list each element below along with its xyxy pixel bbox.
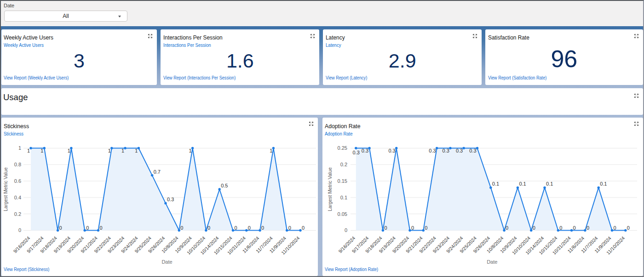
svg-text:Date: Date	[161, 259, 172, 265]
svg-text:0: 0	[59, 225, 62, 231]
svg-text:0: 0	[302, 225, 305, 231]
svg-text:0: 0	[234, 225, 237, 231]
svg-text:0: 0	[411, 225, 414, 231]
svg-text:0.15: 0.15	[337, 178, 347, 184]
svg-text:1: 1	[108, 148, 110, 153]
svg-text:1: 1	[18, 145, 21, 151]
svg-text:0: 0	[18, 227, 21, 233]
svg-text:0.3: 0.3	[429, 148, 436, 153]
svg-text:0.3: 0.3	[167, 197, 174, 202]
svg-text:0.3: 0.3	[455, 148, 462, 153]
svg-text:1: 1	[270, 148, 272, 153]
svg-text:1: 1	[135, 148, 138, 153]
svg-text:0.3: 0.3	[442, 148, 449, 153]
svg-text:0: 0	[180, 225, 183, 231]
svg-text:0.3: 0.3	[388, 148, 395, 153]
svg-text:0.8: 0.8	[14, 162, 21, 167]
svg-text:0: 0	[247, 225, 250, 231]
svg-text:0.25: 0.25	[337, 145, 347, 151]
svg-text:0: 0	[586, 225, 589, 231]
svg-text:0: 0	[506, 225, 508, 231]
svg-text:1: 1	[121, 148, 124, 153]
svg-text:1: 1	[40, 148, 43, 153]
svg-text:Largest Metric Value: Largest Metric Value	[3, 167, 8, 211]
svg-text:0.1: 0.1	[600, 181, 607, 187]
svg-text:0.5: 0.5	[221, 183, 228, 188]
svg-text:0: 0	[86, 225, 89, 231]
svg-text:0: 0	[384, 225, 387, 231]
svg-text:0.3: 0.3	[361, 148, 368, 153]
svg-text:0.7: 0.7	[153, 169, 160, 175]
svg-text:1: 1	[27, 148, 29, 153]
svg-text:0.6: 0.6	[14, 178, 21, 184]
svg-text:0: 0	[613, 225, 616, 231]
svg-text:0.3: 0.3	[352, 150, 359, 155]
svg-text:0.3: 0.3	[469, 148, 476, 153]
svg-text:0: 0	[261, 225, 264, 231]
svg-text:0: 0	[425, 225, 427, 231]
svg-text:0: 0	[99, 225, 102, 231]
svg-text:0: 0	[207, 225, 210, 231]
svg-text:0: 0	[573, 225, 575, 231]
svg-text:0.1: 0.1	[340, 195, 347, 200]
svg-text:0: 0	[288, 225, 291, 231]
svg-text:1: 1	[67, 148, 70, 153]
svg-text:0.1: 0.1	[546, 181, 553, 187]
svg-text:0: 0	[532, 225, 535, 231]
svg-text:Date: Date	[487, 259, 497, 265]
svg-text:0: 0	[559, 225, 562, 231]
svg-text:Largest Metric Value: Largest Metric Value	[327, 167, 333, 211]
svg-text:0: 0	[627, 225, 629, 231]
svg-text:1: 1	[189, 148, 191, 153]
svg-text:0.05: 0.05	[337, 211, 347, 217]
svg-text:0.1: 0.1	[492, 181, 499, 187]
svg-text:0.2: 0.2	[340, 162, 347, 167]
svg-text:0: 0	[344, 227, 347, 233]
svg-text:0.1: 0.1	[519, 181, 526, 187]
svg-text:0.2: 0.2	[14, 211, 21, 217]
svg-text:0.4: 0.4	[14, 195, 21, 200]
